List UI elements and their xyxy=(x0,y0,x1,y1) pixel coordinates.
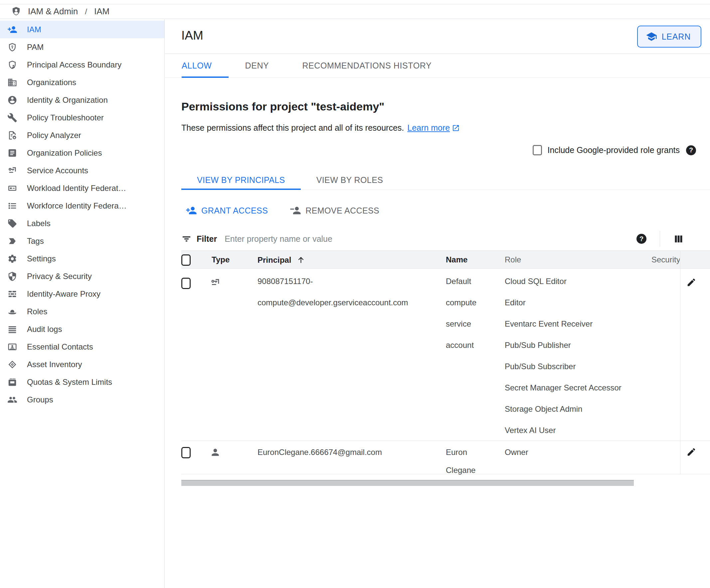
sidebar-item-identity-aware-proxy[interactable]: Identity-Aware Proxy xyxy=(0,285,164,303)
sidebar-item-label: Organization Policies xyxy=(27,148,102,157)
id-card-icon xyxy=(7,183,17,193)
breadcrumb-section[interactable]: IAM & Admin xyxy=(28,6,78,17)
people-icon xyxy=(7,395,17,405)
grants-help-icon[interactable]: ? xyxy=(686,145,696,155)
tab-label: ALLOW xyxy=(182,61,212,71)
table-row: 908087151170-compute@developer.gservicea… xyxy=(181,269,710,441)
sidebar-item-roles[interactable]: Roles xyxy=(0,303,164,320)
breadcrumb-page: IAM xyxy=(94,6,110,17)
tab-deny[interactable]: DENY xyxy=(245,54,286,77)
role-cell: Cloud SQL Editor Editor Eventarc Event R… xyxy=(505,269,671,441)
divider xyxy=(660,231,660,247)
tab-recommendations-history[interactable]: RECOMMENDATIONS HISTORY xyxy=(302,54,448,77)
principal-cell: EuronClegane.666674@gmail.com xyxy=(258,441,434,461)
sidebar-item-privacy-security[interactable]: Privacy & Security xyxy=(0,267,164,285)
sidebar-item-label: Workload Identity Federat… xyxy=(27,183,126,193)
include-google-grants-label: Include Google-provided role grants xyxy=(548,145,680,155)
subtitle-text: These permissions affect this project an… xyxy=(181,123,404,133)
edit-principal-button[interactable] xyxy=(685,445,698,459)
row-checkbox[interactable] xyxy=(181,278,191,289)
sidebar-item-label: Policy Analyzer xyxy=(27,131,81,140)
edit-principal-button[interactable] xyxy=(685,276,698,289)
row-checkbox[interactable] xyxy=(181,447,191,458)
sidebar-item-label: Tags xyxy=(27,237,44,246)
sidebar-item-asset-inventory[interactable]: Asset Inventory xyxy=(0,356,164,373)
column-header-security[interactable]: Security xyxy=(652,251,680,268)
sidebar-item-label: Principal Access Boundary xyxy=(27,60,121,70)
breadcrumb-separator: / xyxy=(85,7,87,16)
brick-wall-icon xyxy=(7,289,17,299)
tab-allow[interactable]: ALLOW xyxy=(182,54,229,77)
sidebar-item-organizations[interactable]: Organizations xyxy=(0,74,164,91)
grant-access-button[interactable]: GRANT ACCESS xyxy=(186,205,268,216)
include-google-grants-checkbox[interactable] xyxy=(532,145,542,155)
shield-half-icon xyxy=(7,271,17,281)
horizontal-scrollbar[interactable] xyxy=(181,480,634,486)
policy-tabs: ALLOW DENY RECOMMENDATIONS HISTORY xyxy=(165,54,710,78)
sidebar-item-pam[interactable]: PAM xyxy=(0,38,164,56)
contact-card-icon xyxy=(7,342,17,352)
sidebar-item-principal-access-boundary[interactable]: Principal Access Boundary xyxy=(0,56,164,74)
sidebar-item-identity-organization[interactable]: Identity & Organization xyxy=(0,91,164,109)
role-cell: Owner xyxy=(505,441,671,461)
breadcrumb-bar: IAM & Admin / IAM xyxy=(0,4,710,19)
sidebar-item-essential-contacts[interactable]: Essential Contacts xyxy=(0,338,164,356)
mortarboard-icon xyxy=(646,31,657,42)
remove-access-button[interactable]: REMOVE ACCESS xyxy=(290,205,379,216)
column-header-type[interactable]: Type xyxy=(212,251,230,268)
tab-view-by-principals[interactable]: VIEW BY PRINCIPALS xyxy=(181,171,301,190)
view-mode-tabs: VIEW BY PRINCIPALS VIEW BY ROLES xyxy=(181,171,710,190)
sidebar-item-label: Groups xyxy=(27,395,53,405)
sidebar-item-audit-logs[interactable]: Audit logs xyxy=(0,320,164,338)
google-provided-grants-row: Include Google-provided role grants ? xyxy=(532,145,696,155)
tab-view-by-roles[interactable]: VIEW BY ROLES xyxy=(301,171,399,190)
sidebar-item-label: Settings xyxy=(27,254,56,263)
person-icon xyxy=(210,447,220,459)
sidebar-item-iam[interactable]: IAM xyxy=(0,21,164,38)
role-item: Pub/Sub Subscriber xyxy=(505,356,671,377)
page-title: IAM xyxy=(181,29,203,43)
service-account-icon xyxy=(210,277,220,289)
person-add-icon xyxy=(186,205,197,216)
sidebar-item-workload-identity-federation[interactable]: Workload Identity Federat… xyxy=(0,179,164,197)
sidebar-item-label: Essential Contacts xyxy=(27,342,93,351)
sidebar-item-label: Service Accounts xyxy=(27,166,88,175)
sidebar-item-label: Policy Troubleshooter xyxy=(27,113,104,122)
sidebar-item-labels[interactable]: Labels xyxy=(0,215,164,232)
select-all-checkbox[interactable] xyxy=(181,254,191,266)
role-item: Cloud SQL Editor xyxy=(505,271,671,292)
permissions-heading: Permissions for project "test-aidemy" xyxy=(181,100,384,113)
sidebar-item-label: Identity & Organization xyxy=(27,95,108,105)
column-header-name[interactable]: Name xyxy=(446,251,468,268)
column-header-role[interactable]: Role xyxy=(505,251,521,268)
sidebar-item-policy-analyzer[interactable]: Policy Analyzer xyxy=(0,126,164,144)
learn-button[interactable]: LEARN xyxy=(637,26,701,48)
sidebar-item-policy-troubleshooter[interactable]: Policy Troubleshooter xyxy=(0,109,164,126)
column-display-icon[interactable] xyxy=(673,234,684,244)
learn-more-link[interactable]: Learn more xyxy=(407,123,450,133)
iam-admin-sidebar: IAM PAM Principal Access Boundary Organi… xyxy=(0,19,165,588)
sidebar-item-tags[interactable]: Tags xyxy=(0,232,164,250)
open-in-new-icon xyxy=(452,124,460,132)
sidebar-item-label: Quotas & System Limits xyxy=(27,377,112,387)
principal-cell: 908087151170-compute@developer.gservicea… xyxy=(258,269,434,313)
sidebar-item-workforce-identity-federation[interactable]: Workforce Identity Federa… xyxy=(0,197,164,215)
sidebar-item-organization-policies[interactable]: Organization Policies xyxy=(0,144,164,162)
role-item: Storage Object Admin xyxy=(505,398,671,420)
remove-access-label: REMOVE ACCESS xyxy=(305,206,379,216)
sidebar-item-label: Asset Inventory xyxy=(27,360,82,369)
permissions-subtitle: These permissions affect this project an… xyxy=(181,123,460,133)
label-arrow-icon xyxy=(7,236,17,246)
sidebar-item-settings[interactable]: Settings xyxy=(0,250,164,267)
sidebar-item-groups[interactable]: Groups xyxy=(0,391,164,409)
security-column-divider xyxy=(680,250,680,474)
filter-icon xyxy=(181,234,192,244)
name-cell: Euron Clegane xyxy=(446,441,499,479)
sidebar-item-quotas[interactable]: Quotas & System Limits xyxy=(0,373,164,391)
filter-help-icon[interactable]: ? xyxy=(637,234,646,244)
wrench-icon xyxy=(7,113,17,123)
sidebar-item-service-accounts[interactable]: Service Accounts xyxy=(0,162,164,179)
sidebar-item-label: Privacy & Security xyxy=(27,272,92,281)
column-header-principal[interactable]: Principal xyxy=(258,251,305,269)
shield-key-icon xyxy=(7,42,17,52)
